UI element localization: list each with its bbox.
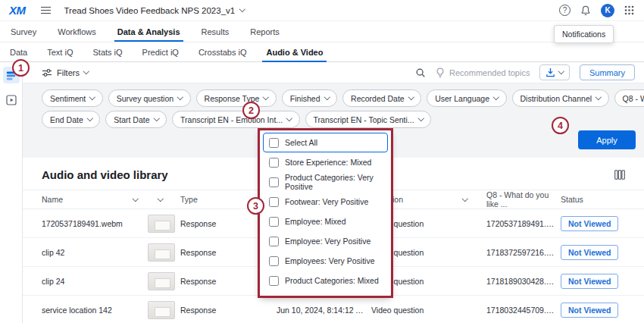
- filters-control[interactable]: Filters: [42, 68, 88, 77]
- checkbox[interactable]: [269, 276, 279, 286]
- video-thumbnail[interactable]: [148, 301, 175, 319]
- chevron-down-icon: [558, 68, 564, 74]
- columns-settings-icon[interactable]: [614, 170, 625, 180]
- chip-response-type[interactable]: Response Type: [196, 89, 277, 107]
- column-header-name[interactable]: Name: [42, 195, 148, 204]
- checkbox[interactable]: [269, 138, 279, 148]
- lightbulb-icon: [436, 67, 445, 78]
- filters-label: Filters: [57, 68, 80, 77]
- table-row[interactable]: service location 142 Response Jun 10, 20…: [23, 296, 644, 323]
- annotation-circle-3: 3: [247, 197, 264, 215]
- column-header-status[interactable]: Status: [561, 195, 625, 204]
- checkbox[interactable]: [269, 197, 279, 207]
- chip-sentiment[interactable]: Sentiment: [42, 89, 103, 107]
- cell-name: service location 142: [42, 306, 148, 315]
- export-button[interactable]: [539, 64, 570, 80]
- filter-chips-row2: End Date Start Date Transcript EN - Emot…: [42, 111, 431, 128]
- dropdown-item[interactable]: Employee: Mixed: [263, 212, 388, 231]
- chevron-down-icon: [87, 115, 93, 121]
- chevron-down-icon: [83, 68, 89, 74]
- help-icon[interactable]: ?: [559, 5, 571, 16]
- chip-finished[interactable]: Finished: [282, 89, 337, 107]
- dropdown-item-select-all[interactable]: Select All: [263, 133, 388, 152]
- chip-user-language[interactable]: User Language: [427, 89, 506, 107]
- play-square-icon: [6, 95, 17, 105]
- nav-item-data-analysis[interactable]: Data & Analysis: [107, 21, 191, 42]
- annotation-circle-2: 2: [242, 102, 260, 119]
- tab-predict-iq[interactable]: Predict iQ: [133, 42, 189, 61]
- checkbox[interactable]: [269, 158, 279, 168]
- apply-button[interactable]: Apply: [578, 130, 636, 149]
- chip-end-date[interactable]: End Date: [42, 111, 100, 128]
- filters-toolbar: Filters Recommended topics Summary: [23, 62, 644, 83]
- nav-item-survey[interactable]: Survey: [0, 21, 47, 42]
- chevron-down-icon: [89, 94, 95, 100]
- video-thumbnail[interactable]: [148, 272, 175, 290]
- chip-transcript-emotion[interactable]: Transcript EN - Emotion Int...: [172, 111, 299, 128]
- app-grid-icon[interactable]: [624, 5, 634, 15]
- chevron-down-icon: [177, 94, 183, 100]
- summary-button[interactable]: Summary: [580, 64, 635, 80]
- dropdown-item[interactable]: Product Categories: Very Positive: [263, 172, 388, 192]
- cell-q8: 1720537189491.webm: [477, 219, 561, 228]
- xm-logo: XM: [9, 4, 26, 17]
- tab-crosstabs-iq[interactable]: Crosstabs iQ: [189, 42, 257, 61]
- status-badge: Not Viewed: [561, 245, 618, 260]
- chevron-down-icon: [158, 196, 164, 202]
- chip-transcript-topic-sentiment[interactable]: Transcript EN - Topic Senti...: [305, 111, 432, 128]
- hamburger-menu-icon[interactable]: [41, 7, 51, 14]
- cell-type: Response: [180, 306, 277, 315]
- tab-audio-video[interactable]: Audio & Video: [256, 42, 333, 61]
- chip-survey-question[interactable]: Survey question: [108, 89, 191, 107]
- top-bar: XM Tread Shoes Video Feedback NPS 2023_v…: [0, 0, 644, 21]
- column-header-q8[interactable]: Q8 - What do you like ...: [477, 190, 561, 209]
- notifications-tooltip: Notifications: [554, 25, 614, 43]
- chevron-down-icon: [263, 94, 269, 100]
- chip-recorded-date[interactable]: Recorded Date: [342, 89, 421, 107]
- chevron-down-icon: [408, 94, 414, 100]
- recommended-topics-label: Recommended topics: [449, 68, 530, 77]
- column-header-thumbnail[interactable]: [148, 199, 180, 201]
- project-title-dropdown[interactable]: Tread Shoes Video Feedback NPS 2023_v1: [64, 6, 245, 15]
- nav-item-workflows[interactable]: Workflows: [47, 21, 107, 42]
- video-thumbnail[interactable]: [148, 215, 175, 233]
- annotation-circle-1: 1: [12, 59, 30, 77]
- status-badge: Not Viewed: [561, 216, 618, 231]
- checkbox[interactable]: [269, 256, 279, 266]
- cell-name: clip 42: [42, 248, 148, 257]
- checkbox[interactable]: [269, 237, 279, 246]
- notifications-bell-icon[interactable]: [580, 5, 591, 16]
- video-thumbnail[interactable]: [148, 243, 175, 262]
- chevron-down-icon: [324, 94, 330, 100]
- checkbox[interactable]: [269, 177, 279, 187]
- chevron-down-icon: [596, 94, 602, 100]
- project-title: Tread Shoes Video Feedback NPS 2023_v1: [64, 6, 236, 15]
- dropdown-item[interactable]: Employees: Very Positive: [263, 251, 388, 271]
- cell-recorded: Jun 10, 2024, 8:14:12 AM: [277, 306, 371, 315]
- nav-item-results[interactable]: Results: [191, 21, 240, 42]
- recommended-topics-button[interactable]: Recommended topics: [436, 67, 530, 78]
- checkbox[interactable]: [269, 217, 279, 227]
- chevron-down-icon: [153, 115, 159, 121]
- chip-start-date[interactable]: Start Date: [105, 111, 167, 128]
- topic-sentiment-dropdown: Select All Store Experience: Mixed Produ…: [260, 130, 391, 296]
- chevron-down-icon: [461, 196, 467, 202]
- dropdown-item[interactable]: Store Experience: Mixed: [263, 152, 388, 172]
- topbar-actions: ? K: [559, 4, 634, 17]
- tab-stats-iq[interactable]: Stats iQ: [83, 42, 132, 61]
- chevron-down-icon: [239, 6, 245, 12]
- cell-q8: 1718189030428.webm: [477, 277, 561, 286]
- tab-text-iq[interactable]: Text iQ: [37, 42, 83, 61]
- dropdown-item[interactable]: Employee: Very Positive: [263, 231, 388, 251]
- nav-item-reports[interactable]: Reports: [239, 21, 290, 42]
- dropdown-item[interactable]: Product Categories: Mixed: [263, 271, 388, 290]
- chip-q8[interactable]: Q8 - What do you like or di...: [614, 89, 644, 107]
- avatar[interactable]: K: [601, 4, 614, 17]
- chip-distribution-channel[interactable]: Distribution Channel: [512, 89, 609, 107]
- chevron-down-icon: [286, 115, 292, 121]
- sidebar-item-player[interactable]: [3, 92, 20, 108]
- dropdown-item[interactable]: Footwear: Very Positive: [263, 192, 388, 212]
- toolbar-right: Recommended topics Summary: [415, 64, 635, 80]
- search-icon[interactable]: [415, 67, 426, 78]
- cell-q8: 1718032445709.webm: [477, 306, 561, 315]
